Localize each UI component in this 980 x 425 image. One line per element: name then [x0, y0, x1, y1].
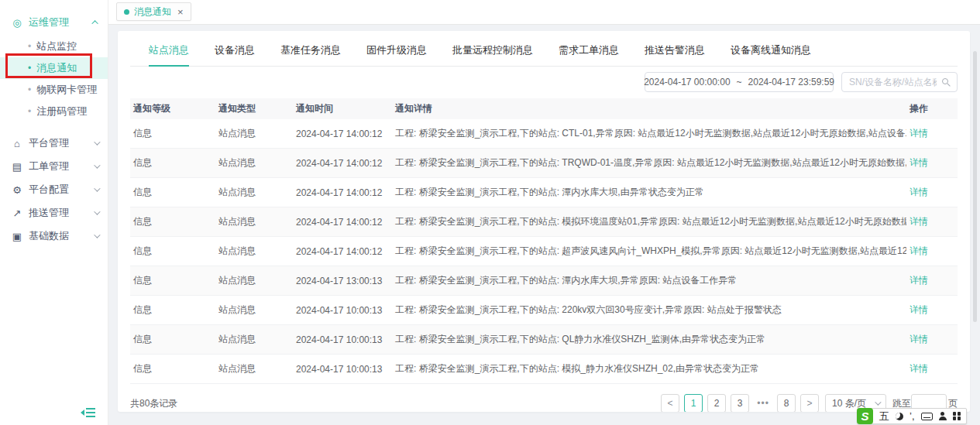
cell-detail: 工程: 桥梁安全监测_演示工程,下的站点: CTL-01,异常原因: 站点最近1… [392, 119, 906, 149]
prev-page-button[interactable]: < [661, 394, 679, 412]
detail-link[interactable]: 详情 [910, 334, 928, 344]
cell-detail: 工程: 桥梁安全监测_演示工程,下的站点: 模拟环境温度站01,异常原因: 站点… [392, 207, 906, 237]
tab-firmware-upgrade-message[interactable]: 固件升级消息 [366, 43, 427, 66]
detail-link[interactable]: 详情 [910, 187, 928, 197]
sidebar-item-label: 物联网卡管理 [36, 83, 108, 97]
date-range-picker[interactable]: 2024-04-17 00:00:00 ~ 2024-04-17 23:59:5… [645, 72, 834, 92]
detail-link[interactable]: 详情 [910, 245, 928, 256]
table-row: 信息站点消息2024-04-17 10:00:13工程: 桥梁安全监测_演示工程… [130, 325, 958, 355]
page-button-3[interactable]: 3 [731, 394, 749, 412]
tab-batch-remote-control-message[interactable]: 批量远程控制消息 [452, 43, 533, 66]
collapse-sidebar-icon [86, 412, 95, 413]
sidebar-item-label: 消息通知 [36, 61, 108, 75]
open-tab-label: 消息通知 [134, 5, 171, 19]
sidebar-group-push-management[interactable]: ↗推送管理 [0, 201, 108, 224]
table-row: 信息站点消息2024-04-17 14:00:12工程: 桥梁安全监测_演示工程… [130, 237, 958, 266]
open-tab-message-notify[interactable]: 消息通知 × [116, 2, 191, 21]
search-box [841, 72, 958, 92]
push-icon: ↗ [11, 207, 23, 219]
table-body: 信息站点消息2024-04-17 14:00:12工程: 桥梁安全监测_演示工程… [130, 119, 958, 384]
page-button-8[interactable]: 8 [777, 394, 796, 412]
table-row: 信息站点消息2024-04-17 13:00:13工程: 桥梁安全监测_演示工程… [130, 266, 958, 296]
sidebar-group-work-order-management[interactable]: ▤工单管理 [0, 155, 108, 178]
cell-time: 2024-04-17 14:00:12 [293, 119, 392, 149]
tab-push-alarm-message[interactable]: 推送告警消息 [645, 43, 705, 66]
chevron-down-icon [875, 399, 881, 406]
cell-time: 2024-04-17 14:00:12 [293, 237, 392, 266]
detail-link[interactable]: 详情 [910, 157, 928, 168]
detail-link[interactable]: 详情 [910, 304, 928, 315]
sidebar-group-ops-management[interactable]: ◎运维管理 [0, 11, 108, 34]
vertical-scrollbar[interactable] [973, 51, 977, 322]
cell-detail: 工程: 桥梁安全监测_演示工程,下的站点: 模拟_静力水准仪SHZH_02,由异… [392, 355, 906, 384]
cell-action: 详情 [906, 266, 958, 296]
sidebar-collapse-button[interactable] [83, 406, 98, 419]
detail-link[interactable]: 详情 [910, 216, 928, 227]
table-row: 信息站点消息2024-04-17 14:00:12工程: 桥梁安全监测_演示工程… [130, 149, 958, 178]
keyboard-icon[interactable] [921, 413, 933, 420]
tab-device-message[interactable]: 设备消息 [215, 43, 255, 66]
grid-menu-icon[interactable] [953, 412, 961, 420]
date-separator: ~ [737, 77, 742, 87]
sidebar-group-label: 运维管理 [29, 15, 91, 29]
table-footer: 共80条记录 <123•••8> 10 条/页 跳至 页 [130, 384, 958, 412]
sidebar-item-register-code-management[interactable]: •注册码管理 [0, 101, 108, 122]
ime-toolbar: S 五 ’, [857, 408, 967, 424]
tab-demand-work-order-message[interactable]: 需求工单消息 [559, 43, 619, 66]
table-row: 信息站点消息2024-04-17 14:00:12工程: 桥梁安全监测_演示工程… [130, 119, 958, 149]
content-card: 站点消息设备消息基准任务消息固件升级消息批量远程控制消息需求工单消息推送告警消息… [118, 31, 970, 412]
tab-baseline-task-message[interactable]: 基准任务消息 [280, 43, 341, 66]
detail-link[interactable]: 详情 [910, 275, 928, 286]
sogou-logo-icon[interactable]: S [857, 408, 873, 424]
next-page-button[interactable]: > [800, 394, 819, 412]
cell-level: 信息 [130, 178, 215, 207]
cell-time: 2024-04-17 14:00:12 [293, 207, 392, 237]
sidebar-group-label: 平台配置 [29, 183, 91, 197]
person-icon[interactable] [939, 412, 947, 420]
search-icon[interactable] [942, 78, 948, 84]
cell-time: 2024-04-17 14:00:12 [293, 178, 392, 207]
tab-site-message[interactable]: 站点消息 [149, 43, 189, 66]
sidebar-group-base-data[interactable]: ▣基础数据 [0, 224, 108, 248]
sidebar-menu: ◎运维管理•站点监控•消息通知•物联网卡管理•注册码管理⌂平台管理▤工单管理⚙平… [0, 11, 108, 248]
tab-device-offline-notify-message[interactable]: 设备离线通知消息 [731, 43, 811, 66]
detail-link[interactable]: 详情 [910, 363, 928, 374]
sidebar-item-label: 站点监控 [36, 39, 108, 53]
cell-detail: 工程: 桥梁安全监测_演示工程,下的站点: 潭内水库大坝,由异常状态变为正常 [392, 178, 906, 207]
chevron-up-icon [91, 20, 98, 26]
open-tabs-bar: 消息通知 × [108, 0, 980, 25]
sidebar-item-message-notify[interactable]: •消息通知 [0, 57, 108, 79]
page-button-1[interactable]: 1 [684, 394, 703, 412]
table-header-row: 通知等级通知类型通知时间通知详情操作 [130, 98, 958, 119]
sidebar-group-platform-management[interactable]: ⌂平台管理 [0, 132, 108, 155]
page-button-2[interactable]: 2 [707, 394, 726, 412]
search-input[interactable] [841, 72, 958, 92]
work-order-icon: ▤ [11, 161, 23, 173]
sidebar-group-label: 推送管理 [29, 206, 91, 220]
sidebar-group-children: •站点监控•消息通知•物联网卡管理•注册码管理 [0, 36, 108, 122]
ime-punctuation-toggle[interactable]: ’, [910, 410, 915, 422]
sidebar-group-label: 工单管理 [29, 159, 91, 173]
table-row: 信息站点消息2024-04-17 14:00:12工程: 桥梁安全监测_演示工程… [130, 178, 958, 207]
page-ellipsis[interactable]: ••• [754, 394, 772, 412]
chevron-down-icon [94, 208, 100, 214]
sidebar: ◎运维管理•站点监控•消息通知•物联网卡管理•注册码管理⌂平台管理▤工单管理⚙平… [0, 0, 108, 425]
column-header: 通知等级 [130, 98, 215, 119]
ime-wubi-mode[interactable]: 五 [879, 410, 889, 423]
moon-icon[interactable] [896, 413, 903, 420]
cell-level: 信息 [130, 355, 215, 384]
table-row: 信息站点消息2024-04-17 10:00:13工程: 桥梁安全监测_演示工程… [130, 355, 958, 384]
cell-action: 详情 [906, 325, 958, 355]
cell-level: 信息 [130, 296, 215, 325]
sidebar-item-site-monitor[interactable]: •站点监控 [0, 36, 108, 57]
cell-action: 详情 [906, 237, 958, 266]
detail-link[interactable]: 详情 [910, 128, 928, 139]
chevron-down-icon [94, 185, 100, 191]
cell-time: 2024-04-17 10:00:13 [293, 325, 392, 355]
sidebar-item-iot-card-management[interactable]: •物联网卡管理 [0, 79, 108, 101]
cell-type: 站点消息 [215, 178, 293, 207]
cell-level: 信息 [130, 266, 215, 296]
sidebar-group-platform-config[interactable]: ⚙平台配置 [0, 178, 108, 201]
sidebar-group-label: 基础数据 [29, 229, 91, 243]
close-icon[interactable]: × [177, 7, 184, 17]
